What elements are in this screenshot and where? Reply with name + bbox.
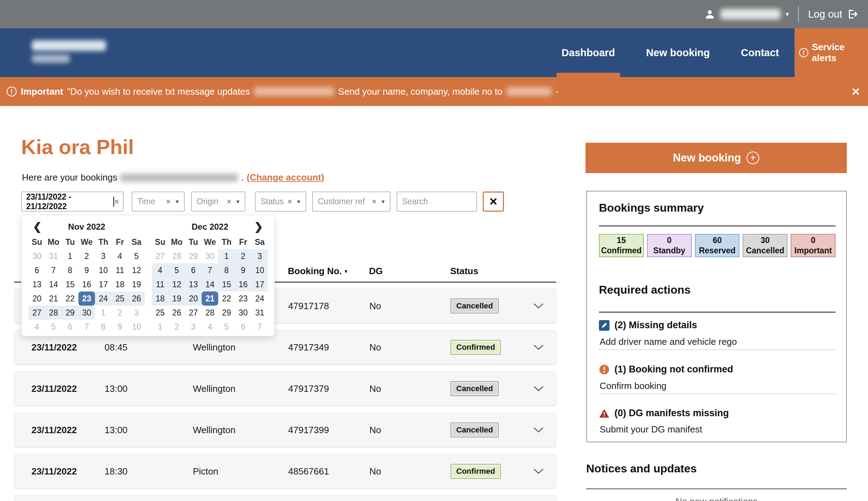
calendar-day[interactable]: 10: [251, 263, 268, 277]
calendar-day[interactable]: 12: [168, 277, 185, 291]
calendar-day[interactable]: 5: [168, 263, 185, 277]
calendar-day[interactable]: 8: [95, 320, 112, 334]
logout-button[interactable]: Log out: [808, 8, 858, 20]
calendar-day[interactable]: 4: [29, 320, 45, 334]
calendar-day[interactable]: 14: [202, 277, 218, 291]
column-header-booking-no[interactable]: Booking No. ▾: [288, 266, 347, 277]
calendar-day[interactable]: 11: [152, 277, 168, 291]
summary-tile-cancelled[interactable]: 30Cancelled: [743, 234, 787, 257]
calendar-day[interactable]: 7: [202, 263, 218, 277]
calendar-day[interactable]: 10: [128, 320, 145, 334]
calendar-day[interactable]: 13: [29, 277, 45, 291]
calendar-day[interactable]: 15: [62, 277, 78, 291]
calendar-day[interactable]: 29: [62, 306, 78, 320]
calendar-day[interactable]: 10: [95, 263, 112, 277]
clear-customer-ref-icon[interactable]: ✕: [371, 198, 377, 206]
calendar-day[interactable]: 6: [235, 320, 251, 334]
calendar-day[interactable]: 9: [112, 320, 128, 334]
calendar-day[interactable]: 18: [112, 277, 128, 291]
chevron-down-icon[interactable]: [534, 383, 543, 394]
chevron-down-icon[interactable]: [534, 466, 543, 477]
clear-date-icon[interactable]: ✕: [114, 198, 119, 206]
calendar-day[interactable]: 4: [152, 263, 168, 277]
calendar-day[interactable]: 3: [185, 320, 202, 334]
calendar-day[interactable]: 1: [95, 306, 112, 320]
calendar-day[interactable]: 6: [29, 263, 45, 277]
action-item-3[interactable]: (0) DG manifests missing: [599, 408, 729, 419]
summary-tile-important[interactable]: 0Important: [791, 234, 836, 257]
calendar-day[interactable]: 1: [218, 249, 235, 263]
clear-filters-button[interactable]: ✕: [483, 191, 504, 212]
calendar-day[interactable]: 29: [218, 306, 235, 320]
calendar-day[interactable]: 6: [185, 263, 202, 277]
calendar-day[interactable]: 26: [168, 306, 185, 320]
calendar-day[interactable]: 2: [78, 249, 95, 263]
calendar-day[interactable]: 5: [218, 320, 235, 334]
clear-status-icon[interactable]: ✕: [287, 198, 292, 206]
tab-dashboard[interactable]: Dashboard: [546, 28, 630, 77]
calendar-day[interactable]: 14: [45, 277, 62, 291]
calendar-day[interactable]: 30: [78, 306, 95, 320]
calendar-day[interactable]: 2: [235, 249, 251, 263]
calendar-day[interactable]: 4: [112, 249, 128, 263]
calendar-day[interactable]: 18: [152, 291, 168, 306]
calendar-day[interactable]: 3: [95, 249, 112, 263]
calendar-day[interactable]: 23: [235, 291, 251, 306]
calendar-day[interactable]: 7: [45, 263, 62, 277]
calendar-day[interactable]: 24: [251, 291, 268, 306]
calendar-day[interactable]: 5: [128, 249, 145, 263]
calendar-day[interactable]: 27: [185, 306, 202, 320]
action-item-2[interactable]: (1) Booking not confirmed: [599, 364, 733, 375]
chevron-down-icon[interactable]: [534, 424, 543, 435]
calendar-day[interactable]: 21: [202, 291, 218, 306]
summary-tile-confirmed[interactable]: 15Confirmed: [599, 234, 644, 257]
calendar-day[interactable]: 9: [235, 263, 251, 277]
action-item-1[interactable]: (2) Missing details: [599, 320, 697, 331]
calendar-day[interactable]: 16: [78, 277, 95, 291]
user-menu[interactable]: ▾: [704, 8, 789, 20]
table-row[interactable]: 23/11/202213:00Wellington47917399NoCance…: [14, 413, 556, 447]
status-filter-select[interactable]: Status ✕▼: [255, 191, 306, 212]
calendar-day[interactable]: 4: [202, 320, 218, 334]
summary-tile-reserved[interactable]: 60Reserved: [695, 234, 740, 257]
calendar-day[interactable]: 13: [185, 277, 202, 291]
calendar-day[interactable]: 1: [62, 249, 78, 263]
customer-ref-filter-select[interactable]: Customer ref ✕▼: [312, 191, 391, 212]
calendar-day[interactable]: 8: [62, 263, 78, 277]
calendar-day[interactable]: 30: [202, 249, 218, 263]
calendar-day[interactable]: 17: [95, 277, 112, 291]
table-row[interactable]: 23/11/202213:00Wellington47917379NoCance…: [14, 371, 556, 406]
search-input[interactable]: [402, 197, 471, 206]
tab-new-booking[interactable]: New booking: [631, 28, 725, 77]
calendar-day[interactable]: 21: [45, 291, 62, 306]
calendar-day[interactable]: 12: [128, 263, 145, 277]
calendar-day[interactable]: 7: [78, 320, 95, 334]
summary-tile-standby[interactable]: 0Standby: [647, 234, 692, 257]
calendar-day[interactable]: 25: [112, 291, 128, 306]
date-range-input[interactable]: 23/11/2022 - 21/12/2022 ✕: [21, 191, 124, 212]
calendar-day[interactable]: 28: [202, 306, 218, 320]
clear-origin-icon[interactable]: ✕: [226, 198, 232, 206]
chevron-down-icon[interactable]: [534, 342, 543, 353]
table-row[interactable]: [14, 495, 556, 501]
calendar-day[interactable]: 2: [168, 320, 185, 334]
calendar-day[interactable]: 29: [185, 249, 202, 263]
calendar-day[interactable]: 22: [62, 291, 78, 306]
calendar-day[interactable]: 17: [251, 277, 268, 291]
calendar-day[interactable]: 28: [168, 249, 185, 263]
calendar-day[interactable]: 28: [45, 306, 62, 320]
calendar-day[interactable]: 15: [218, 277, 235, 291]
calendar-day[interactable]: 27: [152, 249, 168, 263]
calendar-day[interactable]: 19: [168, 291, 185, 306]
calendar-day[interactable]: 22: [218, 291, 235, 306]
chevron-down-icon[interactable]: [534, 300, 543, 311]
calendar-day[interactable]: 31: [45, 249, 62, 263]
calendar-day[interactable]: 20: [185, 291, 202, 306]
new-booking-button[interactable]: New booking +: [585, 143, 847, 173]
calendar-day[interactable]: 9: [78, 263, 95, 277]
change-account-link[interactable]: (Change account): [247, 172, 325, 183]
tab-contact[interactable]: Contact: [725, 28, 795, 77]
calendar-day[interactable]: 7: [251, 320, 268, 334]
banner-close-icon[interactable]: ✕: [851, 86, 860, 98]
calendar-day[interactable]: 24: [95, 291, 112, 306]
